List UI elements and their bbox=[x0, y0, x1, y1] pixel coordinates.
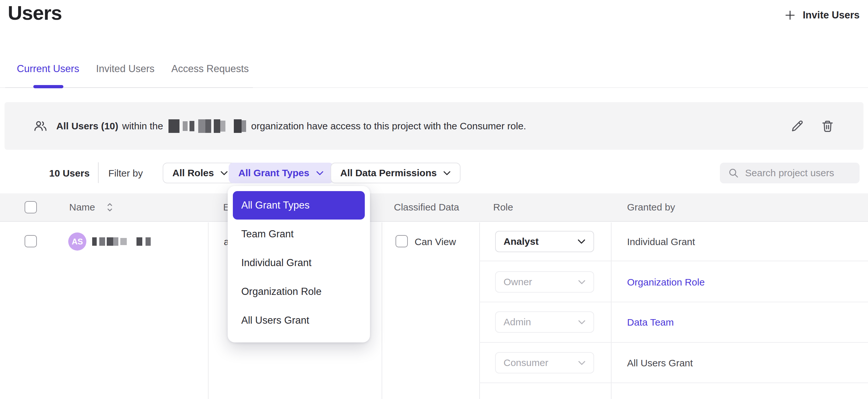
column-divider bbox=[382, 222, 382, 399]
menu-item-all-users-grant[interactable]: All Users Grant bbox=[233, 306, 365, 335]
redacted-user-name bbox=[92, 237, 151, 246]
column-header-granted-by: Granted by bbox=[627, 202, 675, 213]
chevron-down-icon bbox=[578, 361, 586, 365]
delete-all-users-button[interactable] bbox=[820, 119, 835, 133]
role-select-value: Owner bbox=[503, 276, 532, 287]
filter-all-roles-button[interactable]: All Roles bbox=[163, 163, 238, 183]
table-header: Name Email Classified Data Role Granted … bbox=[0, 193, 868, 222]
search-input[interactable] bbox=[720, 163, 860, 183]
filter-all-data-permissions-label: All Data Permissions bbox=[340, 167, 437, 179]
banner-text-after: organization have access to this project… bbox=[251, 121, 526, 132]
filter-all-data-permissions-button[interactable]: All Data Permissions bbox=[331, 163, 461, 183]
filter-all-grant-types-button[interactable]: All Grant Types bbox=[229, 163, 334, 183]
column-header-role: Role bbox=[493, 202, 513, 213]
column-divider bbox=[208, 222, 209, 399]
grant-row-divider bbox=[479, 342, 868, 343]
chevron-down-icon bbox=[578, 280, 586, 284]
role-select-analyst[interactable]: Analyst bbox=[495, 231, 594, 252]
classified-can-view-checkbox[interactable] bbox=[396, 235, 408, 247]
filter-all-grant-types-label: All Grant Types bbox=[238, 167, 309, 179]
filter-all-roles-label: All Roles bbox=[173, 167, 214, 179]
chevron-down-icon bbox=[578, 320, 586, 325]
granted-by-all-users-grant: All Users Grant bbox=[627, 358, 693, 369]
column-divider bbox=[479, 222, 480, 399]
tab-invited-users[interactable]: Invited Users bbox=[96, 63, 155, 75]
chevron-down-icon bbox=[443, 171, 451, 176]
grant-row-divider bbox=[479, 382, 868, 383]
menu-item-individual-grant[interactable]: Individual Grant bbox=[233, 248, 365, 277]
role-select-value: Consumer bbox=[503, 357, 548, 368]
sort-icon bbox=[107, 202, 113, 212]
chevron-down-icon bbox=[220, 171, 228, 176]
active-tab-indicator bbox=[33, 85, 63, 88]
pencil-icon bbox=[790, 119, 805, 133]
search-field bbox=[720, 163, 860, 183]
search-icon bbox=[727, 167, 739, 180]
filter-divider bbox=[98, 162, 99, 183]
grant-row-divider bbox=[479, 260, 868, 261]
row-checkbox[interactable] bbox=[25, 235, 37, 247]
role-select-value: Analyst bbox=[503, 236, 538, 247]
role-select-owner: Owner bbox=[495, 271, 594, 293]
filter-by-label: Filter by bbox=[108, 168, 143, 179]
role-select-consumer: Consumer bbox=[495, 352, 594, 373]
plus-icon bbox=[784, 9, 796, 21]
user-count: 10 Users bbox=[49, 168, 90, 179]
column-header-name: Name bbox=[69, 202, 95, 213]
column-divider bbox=[611, 222, 612, 399]
edit-all-users-button[interactable] bbox=[790, 119, 805, 133]
grant-row-divider bbox=[479, 302, 868, 302]
chevron-down-icon bbox=[577, 239, 586, 244]
redacted-organization-name bbox=[168, 119, 246, 133]
role-select-value: Admin bbox=[503, 316, 531, 328]
granted-by-data-team-link[interactable]: Data Team bbox=[627, 317, 674, 328]
page-title: Users bbox=[8, 1, 62, 24]
menu-item-team-grant[interactable]: Team Grant bbox=[233, 219, 365, 248]
invite-users-label: Invite Users bbox=[803, 9, 860, 21]
invite-users-button[interactable]: Invite Users bbox=[784, 9, 860, 21]
tab-access-requests[interactable]: Access Requests bbox=[172, 63, 249, 75]
menu-item-organization-role[interactable]: Organization Role bbox=[233, 277, 365, 306]
column-header-classified-data: Classified Data bbox=[394, 202, 459, 213]
trash-icon bbox=[820, 119, 835, 133]
select-all-checkbox[interactable] bbox=[25, 201, 37, 213]
people-icon bbox=[33, 120, 48, 132]
menu-item-all-grant-types[interactable]: All Grant Types bbox=[233, 191, 365, 219]
can-view-label: Can View bbox=[414, 236, 456, 247]
granted-by-individual-grant: Individual Grant bbox=[627, 236, 695, 247]
tab-current-users[interactable]: Current Users bbox=[17, 63, 79, 75]
banner-bold-text: All Users (10) bbox=[56, 121, 118, 132]
all-users-banner: All Users (10) within the organization h… bbox=[4, 102, 864, 150]
granted-by-organization-role-link[interactable]: Organization Role bbox=[627, 277, 705, 288]
grant-type-menu: All Grant Types Team Grant Individual Gr… bbox=[228, 186, 370, 342]
banner-text: All Users (10) within the organization h… bbox=[56, 119, 526, 133]
role-select-admin: Admin bbox=[495, 311, 594, 333]
banner-text-before: within the bbox=[122, 121, 163, 132]
chevron-down-icon bbox=[316, 171, 324, 176]
avatar: AS bbox=[68, 233, 86, 251]
name-sort-button[interactable] bbox=[107, 202, 113, 212]
tab-bar: Current Users Invited Users Access Reque… bbox=[17, 63, 249, 75]
users-page: Users Invite Users Current Users Invited… bbox=[0, 0, 868, 399]
